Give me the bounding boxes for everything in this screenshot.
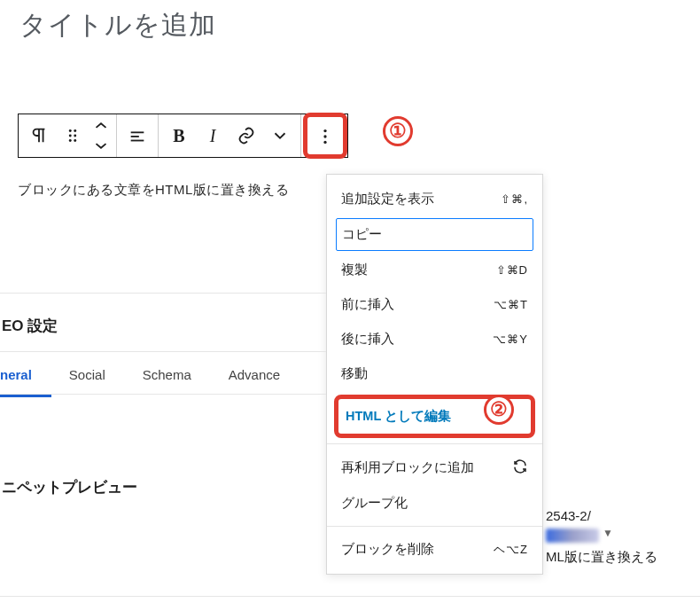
- svg-point-2: [69, 135, 72, 137]
- more-options-button[interactable]: [307, 117, 343, 156]
- menu-insert-after[interactable]: 後に挿入 ⌥⌘Y: [327, 322, 542, 356]
- bold-button[interactable]: B: [162, 115, 196, 156]
- snippet-text-fragment: ML版に置き換える: [546, 549, 657, 566]
- divider: [0, 596, 700, 597]
- svg-point-9: [323, 129, 326, 132]
- tab-general[interactable]: neral: [0, 362, 51, 397]
- more-options-highlight: [303, 113, 347, 159]
- menu-separator: [327, 526, 542, 527]
- menu-move[interactable]: 移動: [327, 356, 542, 391]
- shortcut-text: ⇧⌘,: [501, 192, 528, 206]
- svg-point-10: [323, 135, 326, 137]
- chevron-down-icon[interactable]: [263, 115, 297, 156]
- snippet-url-fragment: 2543-2/: [546, 508, 591, 523]
- drag-handle-icon[interactable]: [56, 115, 89, 156]
- shortcut-text: ⇧⌘D: [496, 263, 528, 277]
- svg-point-11: [323, 141, 326, 144]
- tab-advanced[interactable]: Advance: [229, 362, 299, 397]
- divider: [0, 351, 326, 352]
- block-options-menu: 追加設定を表示 ⇧⌘, コピー 複製 ⇧⌘D 前に挿入 ⌥⌘T 後に挿入 ⌥⌘Y…: [326, 174, 543, 575]
- page-title-input[interactable]: タイトルを追加: [19, 7, 700, 43]
- shortcut-text: ⌥⌘Y: [493, 333, 528, 346]
- svg-point-3: [74, 135, 76, 137]
- menu-add-reusable[interactable]: 再利用ブロックに追加: [327, 450, 542, 486]
- annotation-1: ①: [383, 116, 413, 146]
- menu-label: コピー: [342, 226, 382, 243]
- menu-show-settings[interactable]: 追加設定を表示 ⇧⌘,: [327, 182, 542, 216]
- paragraph-content[interactable]: ブロックにある文章をHTML版に置き換える: [18, 182, 289, 199]
- menu-label: 前に挿入: [341, 296, 394, 313]
- menu-label: 再利用ブロックに追加: [341, 459, 474, 476]
- divider: [0, 293, 326, 294]
- tab-social[interactable]: Social: [69, 362, 125, 397]
- snippet-preview-heading: ニペットプレビュー: [2, 477, 137, 497]
- align-icon[interactable]: [121, 115, 154, 156]
- menu-insert-before[interactable]: 前に挿入 ⌥⌘T: [327, 287, 542, 322]
- move-updown-icon[interactable]: [89, 115, 113, 156]
- block-toolbar: B I: [18, 114, 348, 158]
- paragraph-icon[interactable]: [22, 115, 56, 156]
- menu-group[interactable]: グループ化: [327, 486, 542, 521]
- caret-down-icon: ▼: [603, 527, 613, 539]
- seo-tabs: neral Social Schema Advance: [0, 362, 317, 397]
- toolbar-group-align: [117, 114, 159, 157]
- shortcut-text: ⌥⌘T: [494, 298, 528, 311]
- menu-label: 移動: [341, 365, 368, 382]
- toolbar-group-format: B I: [159, 114, 301, 157]
- menu-label: ブロックを削除: [341, 541, 434, 558]
- shortcut-text: ヘ⌥Z: [494, 542, 528, 558]
- divider: [0, 394, 326, 395]
- annotation-2: ②: [484, 395, 514, 425]
- menu-label: HTML として編集: [346, 408, 451, 425]
- menu-label: 複製: [341, 262, 368, 278]
- italic-button[interactable]: I: [196, 115, 229, 156]
- menu-remove-block[interactable]: ブロックを削除 ヘ⌥Z: [327, 532, 542, 567]
- menu-label: グループ化: [341, 495, 408, 512]
- svg-point-0: [69, 129, 72, 132]
- menu-label: 後に挿入: [341, 331, 394, 348]
- menu-copy[interactable]: コピー: [336, 218, 533, 251]
- seo-heading: EO 設定: [0, 316, 58, 336]
- menu-separator: [327, 443, 542, 444]
- refresh-icon: [512, 458, 528, 477]
- svg-point-4: [69, 139, 72, 142]
- menu-label: 追加設定を表示: [341, 191, 434, 208]
- tab-schema[interactable]: Schema: [143, 362, 211, 397]
- toolbar-group-block: [19, 114, 117, 157]
- snippet-title-blur: [546, 529, 599, 543]
- link-button[interactable]: [229, 115, 263, 156]
- svg-point-1: [74, 129, 76, 132]
- svg-point-5: [74, 139, 76, 142]
- menu-duplicate[interactable]: 複製 ⇧⌘D: [327, 253, 542, 287]
